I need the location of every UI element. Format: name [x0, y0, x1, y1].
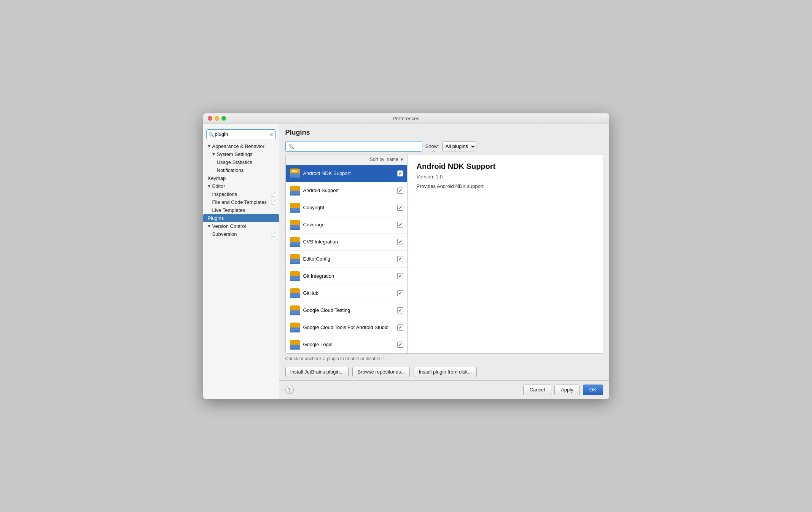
plugin-item-cvs-integration[interactable]: CVS Integration — [286, 234, 407, 251]
plugin-item-github[interactable]: GitHub — [286, 285, 407, 302]
plugin-checkbox[interactable] — [397, 342, 403, 348]
plugin-checkbox[interactable] — [397, 188, 403, 194]
plugin-checkbox[interactable] — [397, 324, 403, 331]
google-cloud-tools-icon — [290, 323, 300, 332]
plugin-name: Google Login — [303, 342, 394, 347]
plugin-icon — [290, 271, 300, 281]
plugin-icon — [290, 288, 300, 299]
plugin-name: Git Integration — [303, 273, 394, 279]
sidebar-item-version-control[interactable]: ▶ Version Control — [203, 222, 279, 230]
plugin-checkbox[interactable] — [397, 290, 403, 296]
sidebar-item-appearance-behavior[interactable]: ▶ Appearance & Behavior — [203, 142, 279, 150]
plugin-item-google-cloud-testing[interactable]: Google Cloud Testing — [286, 302, 407, 319]
plugin-item-git-integration[interactable]: Git Integration — [286, 268, 407, 285]
cancel-button[interactable]: Cancel — [523, 385, 551, 395]
plugin-item-copyright[interactable]: Copyright — [286, 199, 407, 216]
clear-search-icon[interactable]: ✕ — [269, 132, 274, 137]
plugin-checkbox[interactable] — [397, 273, 403, 279]
plugin-checkbox[interactable] — [397, 222, 403, 228]
sidebar-item-label: Usage Statistics — [217, 159, 252, 165]
browse-repositories-button[interactable]: Browse repositories... — [352, 367, 410, 377]
help-button[interactable]: ? — [285, 386, 294, 394]
svg-rect-30 — [290, 331, 300, 332]
copyright-icon — [290, 203, 300, 213]
plugin-icon — [290, 237, 300, 247]
ok-button[interactable]: OK — [583, 385, 603, 395]
editorconfig-icon — [290, 254, 300, 264]
plugin-icon — [290, 305, 300, 316]
plugin-item-android-ndk[interactable]: NDK Android NDK Support — [286, 165, 407, 182]
sidebar-item-live-templates[interactable]: Live Templates — [203, 206, 279, 214]
chevron-icon: ▶ — [212, 153, 216, 156]
sidebar-item-plugins[interactable]: Plugins — [203, 214, 279, 222]
sidebar-item-label: Editor — [212, 183, 225, 189]
google-login-icon — [290, 340, 300, 350]
titlebar: Preferences — [203, 113, 609, 124]
plugin-checkbox[interactable] — [397, 205, 403, 211]
sort-arrow-icon: ▼ — [400, 157, 404, 162]
github-icon — [290, 288, 300, 298]
plugin-detail-panel: Android NDK Support Version: 1.0 Provide… — [408, 154, 603, 353]
sidebar-item-keymap[interactable]: Keymap — [203, 174, 279, 182]
maximize-button[interactable] — [221, 116, 226, 121]
git-icon — [290, 271, 300, 281]
plugin-item-google-login[interactable]: Google Login — [286, 336, 407, 353]
plugin-name: Google Cloud Tools For Android Studio — [303, 324, 394, 330]
sidebar-search-input[interactable] — [206, 129, 276, 139]
sidebar-item-editor[interactable]: ▶ Editor — [203, 182, 279, 190]
sidebar-item-file-code-templates[interactable]: File and Code Templates 📄 — [203, 198, 279, 206]
plugins-footer-buttons: Install JetBrains plugin... Browse repos… — [279, 364, 609, 380]
plugin-icon — [290, 202, 300, 213]
footer-note: Check or uncheck a plugin to enable or d… — [279, 354, 609, 364]
sidebar-search-container: 🔍 ✕ — [203, 127, 279, 142]
plugin-checkbox[interactable] — [397, 307, 403, 313]
plugins-header: Plugins — [279, 124, 609, 140]
plugin-item-coverage[interactable]: Coverage — [286, 216, 407, 234]
plugin-item-android-support[interactable]: Android Support — [286, 182, 407, 199]
plugin-name: CVS Integration — [303, 239, 394, 245]
plugin-checkbox[interactable] — [397, 239, 403, 245]
plugin-name: Coverage — [303, 222, 394, 227]
detail-description: Provides Android NDK support — [417, 183, 594, 189]
sort-label: Sort by: name — [370, 157, 398, 162]
sidebar-item-subversion[interactable]: Subversion 📄 — [203, 230, 279, 238]
plugin-name: GitHub — [303, 290, 394, 296]
sidebar-item-system-settings[interactable]: ▶ System Settings — [203, 150, 279, 158]
apply-button[interactable]: Apply — [554, 385, 580, 395]
detail-title: Android NDK Support — [417, 162, 594, 171]
svg-rect-18 — [290, 262, 300, 264]
plugin-checkbox[interactable] — [397, 256, 403, 262]
svg-rect-9 — [290, 211, 300, 213]
sort-bar[interactable]: Sort by: name ▼ — [286, 154, 407, 165]
sidebar-item-notifications[interactable]: Notifications — [203, 166, 279, 174]
close-button[interactable] — [208, 116, 212, 121]
plugins-search-input[interactable] — [285, 141, 422, 152]
sidebar-item-inspections[interactable]: Inspections 📄 — [203, 190, 279, 198]
svg-rect-33 — [290, 348, 300, 350]
svg-text:NDK: NDK — [292, 170, 298, 173]
plugin-name: Copyright — [303, 205, 394, 210]
show-dropdown[interactable]: All plugins Enabled Disabled Bundled Cus… — [442, 142, 476, 151]
bottom-bar: ? Cancel Apply OK — [279, 380, 609, 399]
svg-rect-12 — [290, 228, 300, 230]
chevron-icon: ▶ — [207, 224, 211, 227]
cvs-icon — [290, 237, 300, 247]
plugin-list-panel: Sort by: name ▼ NDK — [286, 154, 408, 353]
traffic-lights — [208, 116, 226, 121]
sidebar-item-label: Version Control — [212, 223, 246, 229]
plugin-checkbox[interactable] — [397, 170, 403, 176]
plugin-icon — [290, 339, 300, 350]
plugin-item-editorconfig[interactable]: EditorConfig — [286, 251, 407, 268]
page-icon: 📄 — [271, 200, 276, 205]
sidebar-item-label: Subversion — [212, 231, 237, 237]
page-icon: 📄 — [271, 232, 276, 237]
plugin-item-google-cloud-tools[interactable]: Google Cloud Tools For Android Studio — [286, 319, 407, 336]
minimize-button[interactable] — [215, 116, 219, 121]
plugins-toolbar: 🔍 Show: All plugins Enabled Disabled Bun… — [279, 140, 609, 154]
install-from-disk-button[interactable]: Install plugin from disk... — [414, 367, 476, 377]
sidebar-item-usage-statistics[interactable]: Usage Statistics — [203, 158, 279, 166]
sidebar-item-label: Plugins — [208, 215, 224, 221]
plugin-list: NDK Android NDK Support — [286, 165, 407, 353]
install-jetbrains-button[interactable]: Install JetBrains plugin... — [285, 367, 349, 377]
plugin-name: Google Cloud Testing — [303, 307, 394, 313]
